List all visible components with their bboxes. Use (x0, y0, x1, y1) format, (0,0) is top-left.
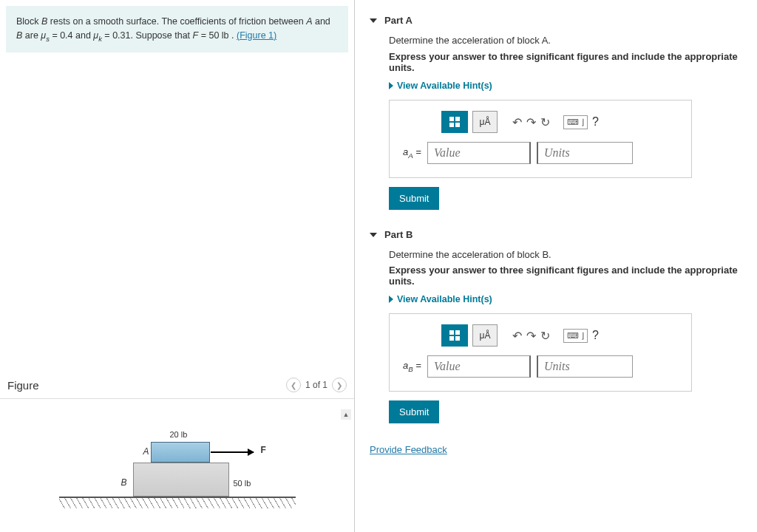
part-b-instruction-bold: Express your answer to three significant… (389, 265, 742, 287)
text: rests on a smooth surface. The coefficie… (47, 16, 306, 27)
chevron-right-icon (389, 82, 393, 89)
pager-count: 1 of 1 (305, 380, 327, 390)
label-50lb: 50 lb (234, 479, 251, 488)
part-b-units-input[interactable] (537, 355, 633, 378)
units-button[interactable]: μÅ (472, 111, 498, 133)
text: Block (16, 16, 41, 27)
part-b-toolbar: μÅ ↶ ↷ ↻ ⌨ ⌋ ? (403, 324, 678, 347)
template-button[interactable] (441, 111, 468, 133)
part-b-answer-row: aB = (403, 355, 678, 378)
part-a-header[interactable]: Part A (370, 9, 742, 32)
part-b-value-input[interactable] (427, 355, 531, 378)
reset-button[interactable]: ↻ (540, 115, 550, 129)
part-b-answer-box: μÅ ↶ ↷ ↻ ⌨ ⌋ ? aB = (389, 313, 692, 392)
diagram: 20 lb A B 50 lb F (52, 406, 303, 525)
template-button[interactable] (441, 324, 468, 347)
keyboard-button[interactable]: ⌨ ⌋ (563, 329, 588, 343)
text: and (312, 16, 330, 27)
part-b-title: Part B (384, 229, 413, 240)
figure-header: Figure ❮ 1 of 1 ❯ (0, 378, 354, 392)
ground-hatch (59, 498, 296, 508)
chevron-down-icon (370, 233, 377, 237)
part-a-hints-link[interactable]: View Available Hint(s) (389, 81, 492, 91)
label-B: B (121, 477, 127, 488)
part-a-answer-row: aA = (403, 142, 678, 164)
left-pane: Block B rests on a smooth surface. The c… (0, 0, 355, 532)
part-a-instruction: Determine the acceleration of block A. (389, 35, 742, 47)
undo-button[interactable]: ↶ (512, 329, 522, 343)
var-aB: aB = (403, 360, 421, 373)
units-button[interactable]: μÅ (472, 324, 498, 347)
part-a-value-input[interactable] (427, 142, 531, 164)
pager-prev-button[interactable]: ❮ (286, 378, 301, 392)
block-a-shape (151, 442, 210, 463)
figure-link[interactable]: (Figure 1) (237, 30, 276, 41)
var-aA: aA = (403, 146, 421, 160)
text: Determine the acceleration of block A. (389, 35, 551, 46)
help-button[interactable]: ? (592, 115, 599, 129)
part-a-instruction-bold: Express your answer to three significant… (389, 51, 742, 73)
redo-button[interactable]: ↷ (526, 115, 536, 129)
part-a-toolbar: μÅ ↶ ↷ ↻ ⌨ ⌋ ? (403, 111, 678, 133)
help-button[interactable]: ? (592, 329, 599, 342)
figure-title: Figure (7, 379, 39, 392)
block-b-shape (133, 463, 229, 497)
label-A: A (143, 446, 149, 457)
part-a-submit-button[interactable]: Submit (389, 187, 439, 210)
force-arrow-icon (211, 451, 254, 453)
pager-next-button[interactable]: ❯ (332, 378, 347, 392)
reset-button[interactable]: ↻ (540, 329, 550, 343)
right-pane: Part A Determine the acceleration of blo… (355, 0, 757, 532)
part-b-hints-link[interactable]: View Available Hint(s) (389, 294, 492, 304)
problem-statement: Block B rests on a smooth surface. The c… (6, 6, 348, 52)
hints-label: View Available Hint(s) (397, 81, 492, 91)
part-a-title: Part A (384, 15, 413, 26)
part-b-header[interactable]: Part B (370, 223, 742, 246)
part-b-instruction: Determine the acceleration of block B. (389, 249, 742, 260)
keyboard-button[interactable]: ⌨ ⌋ (563, 115, 588, 129)
figure-area: ▲ 20 lb A B 50 lb F (0, 406, 354, 532)
part-a-answer-box: μÅ ↶ ↷ ↻ ⌨ ⌋ ? aA = (389, 100, 692, 178)
text: = 50 lb . (198, 30, 237, 41)
scroll-up-icon[interactable]: ▲ (341, 409, 351, 420)
label-F: F (261, 445, 266, 455)
label-20lb: 20 lb (170, 430, 188, 439)
redo-button[interactable]: ↷ (526, 329, 536, 343)
part-a-units-input[interactable] (537, 142, 633, 164)
text: are (22, 30, 41, 41)
part-b-body: Determine the acceleration of block B. E… (370, 246, 742, 437)
chevron-right-icon (389, 296, 393, 303)
text: = 0.4 and (50, 30, 93, 41)
part-a-body: Determine the acceleration of block A. E… (370, 32, 742, 223)
provide-feedback-link[interactable]: Provide Feedback (370, 444, 447, 455)
part-b-submit-button[interactable]: Submit (389, 400, 439, 423)
chevron-down-icon (370, 18, 377, 23)
text: = 0.31. Suppose that (102, 30, 193, 41)
hints-label: View Available Hint(s) (397, 294, 492, 304)
figure-pager: ❮ 1 of 1 ❯ (286, 378, 347, 392)
undo-button[interactable]: ↶ (512, 115, 522, 129)
